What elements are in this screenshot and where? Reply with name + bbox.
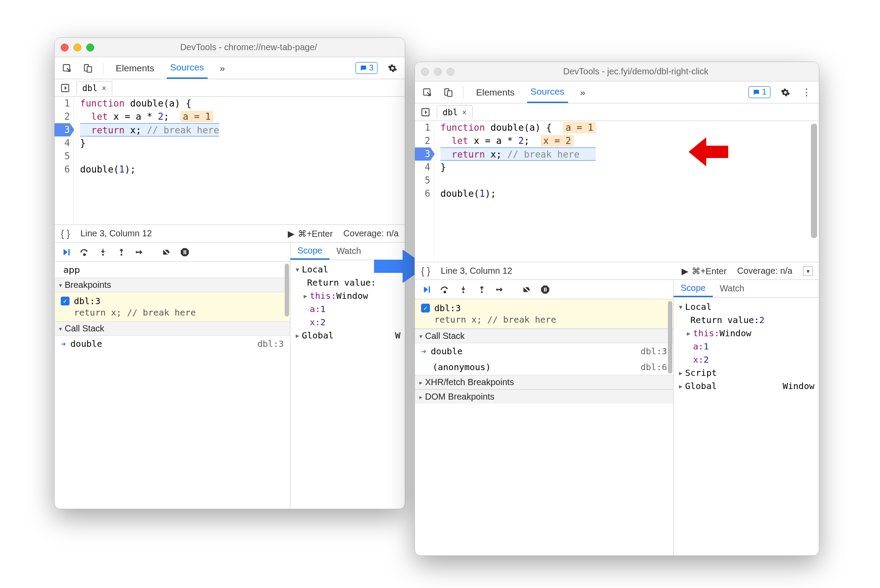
watch-tab[interactable]: Watch [713,280,752,297]
pause-exceptions-icon[interactable] [540,284,550,295]
zoom-window-button[interactable] [447,68,455,76]
gear-icon[interactable] [779,86,792,99]
svg-rect-13 [447,91,452,96]
file-tab-dbl[interactable]: dbl × [77,81,112,95]
device-toggle-icon[interactable] [442,86,455,99]
breakpoint-preview: return x; // break here [421,314,667,325]
scope-local[interactable]: Local [302,263,328,276]
svg-point-5 [84,254,85,255]
step-icon[interactable] [135,247,145,257]
scrollbar[interactable] [668,280,672,555]
pretty-print-icon[interactable]: { } [61,228,70,239]
editor-statusbar: { } Line 3, Column 12 ▶ ⌘+Enter Coverage… [55,224,405,242]
breakpoint-item[interactable]: ✓dbl:3 return x; // break here [55,292,290,321]
breakpoint-checkbox[interactable]: ✓ [61,297,70,305]
callstack-header[interactable]: Call Stack [415,329,673,343]
list-item[interactable]: app [55,262,290,278]
zoom-window-button[interactable] [86,44,94,51]
gear-icon[interactable] [386,62,399,74]
coverage-status: Coverage: n/a [343,228,399,239]
tab-elements[interactable]: Elements [112,57,158,79]
debugger-left-pane: ✓dbl:3 return x; // break here Call Stac… [415,280,674,555]
breakpoint-item[interactable]: ✓dbl:3 return x; // break here [415,299,673,329]
step-over-icon[interactable] [79,247,90,257]
scope-global[interactable]: Global [302,329,334,342]
issues-badge[interactable]: 1 [748,86,770,98]
file-tab-label: dbl [443,107,458,117]
scope-tab[interactable]: Scope [290,243,330,260]
tab-overflow[interactable]: » [577,81,589,103]
line-gutter: 123456 [55,97,74,224]
close-file-icon[interactable]: × [102,84,106,92]
navigator-toggle-icon[interactable] [419,106,432,118]
inline-hint: a = 1 [180,111,213,122]
navigator-toggle-icon[interactable] [59,82,71,94]
issues-count: 3 [369,63,374,73]
scope-script[interactable]: Script [685,366,717,379]
close-file-icon[interactable]: × [462,108,466,117]
frame-location: dbl:3 [257,338,284,349]
device-toggle-icon[interactable] [82,62,94,74]
step-icon[interactable] [495,284,506,295]
svg-point-17 [462,291,464,293]
resume-icon[interactable] [61,247,71,257]
expand-icon[interactable]: ▾ [803,266,813,276]
tab-sources[interactable]: Sources [527,81,568,103]
devtools-toolbar: Elements Sources » 1 ⋮ [415,81,819,103]
debugger-left-pane: app Breakpoints ✓dbl:3 return x; // brea… [55,243,290,509]
close-window-button[interactable] [61,44,69,51]
deactivate-breakpoints-icon[interactable] [161,247,172,257]
scope-local[interactable]: Local [685,300,711,313]
devtools-toolbar: Elements Sources » 3 [55,57,405,79]
svg-rect-15 [429,286,430,293]
step-into-icon[interactable] [98,247,108,257]
scope-tab[interactable]: Scope [674,280,713,297]
code-editor[interactable]: 123456 function double(a) { a = 1 let x … [415,121,819,262]
watch-tab[interactable]: Watch [330,243,368,260]
issues-badge[interactable]: 3 [356,62,378,74]
xhr-breakpoints-header[interactable]: XHR/fetch Breakpoints [415,375,673,390]
cursor-position: Line 3, Column 12 [81,228,152,239]
pretty-print-icon[interactable]: { } [421,265,430,277]
tab-sources[interactable]: Sources [167,57,208,79]
inspect-icon[interactable] [421,86,433,99]
resume-icon[interactable] [421,284,432,295]
divider [103,62,103,74]
callstack-header[interactable]: Call Stack [55,321,290,336]
svg-point-7 [121,254,122,255]
stack-frame[interactable]: (anonymous) dbl:6 [415,359,673,375]
cursor-position: Line 3, Column 12 [441,266,512,276]
devtools-window-after: DevTools - jec.fyi/demo/dbl-right-click … [414,62,819,556]
stack-frame[interactable]: ➔ double dbl:3 [415,343,673,359]
scrollbar[interactable] [811,124,817,238]
close-window-button[interactable] [421,68,429,76]
step-out-icon[interactable] [116,247,127,257]
divider [463,86,464,99]
window-title: DevTools - jec.fyi/demo/dbl-right-click [459,66,813,77]
deactivate-breakpoints-icon[interactable] [521,284,532,295]
code-editor[interactable]: 123456 function double(a) { let x = a * … [55,97,405,224]
step-out-icon[interactable] [477,284,487,295]
stack-frame[interactable]: ➔ double dbl:3 [55,336,290,352]
titlebar: DevTools - chrome://new-tab-page/ [55,38,405,57]
inspect-icon[interactable] [61,62,73,74]
breakpoint-checkbox[interactable]: ✓ [421,304,430,312]
step-into-icon[interactable] [458,284,469,295]
file-tab-dbl[interactable]: dbl × [437,105,473,119]
minimize-window-button[interactable] [73,44,81,51]
step-over-icon[interactable] [440,284,450,295]
minimize-window-button[interactable] [434,68,442,76]
return-value-label: Return value: [690,313,759,327]
scope-global[interactable]: Global [685,379,717,393]
kebab-menu-icon[interactable]: ⋮ [800,86,813,99]
pause-exceptions-icon[interactable] [180,247,190,257]
tab-overflow[interactable]: » [216,57,229,79]
traffic-lights [61,44,94,51]
scrollbar[interactable] [285,243,289,509]
run-hint: ▶ ⌘+Enter [288,228,333,239]
breakpoints-header[interactable]: Breakpoints [55,278,290,292]
file-tabbar: dbl × [55,79,405,97]
code-content: function double(a) { a = 1 let x = a * 2… [434,121,596,262]
dom-breakpoints-header[interactable]: DOM Breakpoints [415,390,673,404]
tab-elements[interactable]: Elements [473,81,518,103]
